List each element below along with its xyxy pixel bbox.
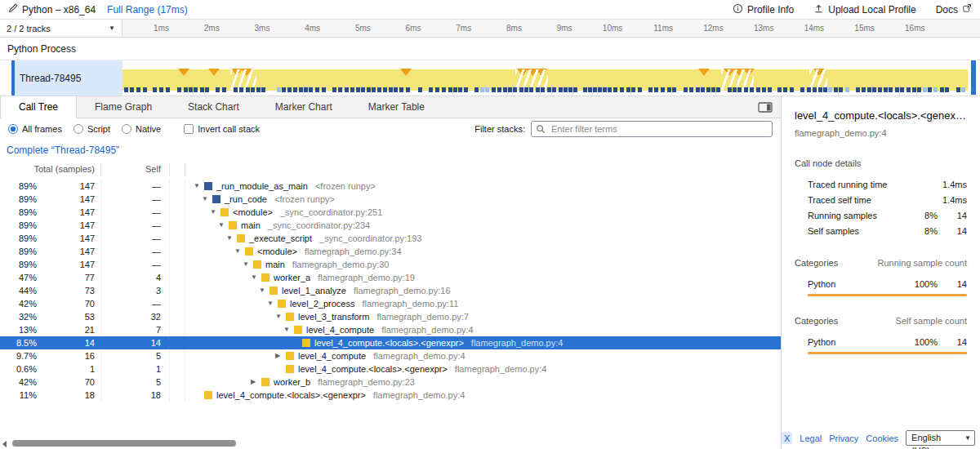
invert-label: Invert call stack [198,124,260,134]
tab-flame-graph[interactable]: Flame Graph [77,96,170,118]
call-tree-row[interactable]: 13%217▼level_4_computeflamegraph_demo.py… [0,323,781,336]
disclosure-triangle-icon[interactable]: ▼ [267,297,278,310]
call-tree-row[interactable]: 9.7%165▶level_4_computeflamegraph_demo.p… [0,349,781,362]
full-range-link[interactable]: Full Range (17ms) [107,4,188,16]
profile-info-button[interactable]: Profile Info [733,3,794,16]
frame-location: flamegraph_demo.py:7 [376,310,469,323]
breadcrumb-complete-thread[interactable]: Complete “Thread-78495” [7,144,119,156]
footer-link-cookies[interactable]: Cookies [866,433,898,443]
process-track-row[interactable]: Python Process [0,38,980,60]
frame-location: flamegraph_demo.py:34 [305,245,402,258]
python-frame-icon [229,221,237,229]
frame-name: level_1_analyze [282,284,346,297]
total-percent: 89% [0,245,37,258]
call-tree-row[interactable]: 42%70—▼level_2_processflamegraph_demo.py… [0,297,781,310]
disclosure-triangle-icon[interactable]: ▶ [275,349,286,362]
disclosure-triangle-icon[interactable]: ▼ [226,232,237,245]
disclosure-triangle-icon[interactable]: ▼ [234,245,245,258]
footer-links: LegalPrivacyCookies [800,433,898,443]
disclosure-triangle-icon[interactable]: ▼ [275,310,286,323]
filter-input[interactable] [531,121,773,137]
timeline-ruler[interactable]: 1ms2ms3ms4ms5ms6ms7ms8ms9ms10ms11ms12ms1… [122,20,980,37]
call-tree-row[interactable]: 89%147—▼<module>flamegraph_demo.py:34 [0,245,781,258]
disclosure-triangle-icon[interactable]: ▼ [218,219,229,232]
call-tree-row[interactable]: 89%147—▼mainflamegraph_demo.py:30 [0,258,781,271]
marker-triangle-icon[interactable] [178,69,189,76]
total-percent: 47% [0,271,37,284]
self-samples: 32 [100,310,169,323]
call-tree-row[interactable]: 32%5332▼level_3_transformflamegraph_demo… [0,310,781,323]
upload-profile-button[interactable]: Upload Local Profile [813,3,915,16]
disclosure-triangle-icon[interactable]: ▼ [202,193,212,206]
thread-track-label[interactable]: Thread-78495 [0,60,122,96]
disclosure-triangle-icon[interactable]: ▼ [251,271,261,284]
thread-track-row: Thread-78495 [0,60,980,96]
profile-name-button[interactable]: Python – x86_64 [8,3,96,16]
total-percent: 0.6% [0,362,37,376]
categories-header-right: Self sample count [838,316,967,326]
scroll-left-arrow-icon[interactable] [2,441,7,447]
total-percent: 32% [0,310,37,323]
disclosure-triangle-icon[interactable]: ▶ [251,376,261,389]
call-tree: 89%147—▼_run_module_as_main<frozen runpy… [0,180,781,402]
tab-marker-table[interactable]: Marker Table [350,96,443,118]
docs-button[interactable]: Docs [936,3,972,16]
category-name: Python [808,337,905,347]
call-tree-row[interactable]: 89%147—▼_run_code<frozen runpy> [0,193,781,206]
disclosure-triangle-icon[interactable]: ▼ [243,258,253,271]
self-samples: — [100,193,169,206]
radio-button [122,124,131,134]
tab-stack-chart[interactable]: Stack Chart [170,96,257,118]
scrollbar-thumb[interactable] [12,440,236,447]
call-tree-row[interactable]: 44%733▼level_1_analyzeflamegraph_demo.py… [0,284,781,297]
frame-name: <module> [233,206,273,219]
radio-script[interactable]: Script [74,124,110,134]
sidebar-toggle-button[interactable] [758,102,773,113]
checkbox-box [184,124,194,134]
total-percent: 9.7% [0,349,37,362]
call-tree-row[interactable]: 89%147—▼main_sync_coordinator.py:234 [0,219,781,232]
call-tree-row[interactable]: 89%147—▼_run_module_as_main<frozen runpy… [0,180,781,193]
disclosure-triangle-icon[interactable]: ▼ [210,206,220,219]
total-samples: 73 [37,284,100,297]
tab-call-tree[interactable]: Call Tree [0,96,77,118]
marker-triangle-icon[interactable] [698,69,710,76]
call-tree-row[interactable]: 89%147—▼_execute_script_sync_coordinator… [0,232,781,245]
marker-triangle-icon[interactable] [400,69,412,76]
frame-name: level_2_process [290,297,355,310]
frame-location: flamegraph_demo.py:16 [354,284,451,297]
call-tree-row[interactable]: 47%774▼worker_aflamegraph_demo.py:19 [0,271,781,284]
footer-link-legal[interactable]: Legal [800,433,822,443]
frame-name: level_3_transform [298,310,369,323]
column-header-tree [185,162,781,176]
disclosure-triangle-icon[interactable]: ▼ [283,323,294,336]
thread-activity-graph[interactable] [122,60,980,96]
call-tree-row[interactable]: 42%705▶worker_bflamegraph_demo.py:23 [0,376,781,389]
call-tree-row[interactable]: 89%147—▼<module>_sync_coordinator.py:251 [0,206,781,219]
tab-marker-chart[interactable]: Marker Chart [257,96,350,118]
invert-call-stack-checkbox[interactable]: Invert call stack [184,124,260,134]
top-bar-actions: Profile Info Upload Local Profile Docs [733,3,972,16]
frame-location: _sync_coordinator.py:193 [319,232,421,245]
tracks-dropdown-button[interactable]: 2 / 2 tracks ▼ [0,20,122,37]
python-frame-icon [237,234,245,242]
category-value: 14 [938,337,967,347]
marker-triangle-icon[interactable] [208,69,220,76]
self-samples: — [100,258,169,271]
footer-link-privacy[interactable]: Privacy [829,433,858,443]
radio-label: Script [87,124,110,134]
disclosure-triangle-icon[interactable]: ▼ [194,180,204,193]
radio-native[interactable]: Native [122,124,161,134]
disclosure-triangle-icon[interactable]: ▼ [259,284,270,297]
self-samples: 14 [100,336,169,349]
detail-value: 1.4ms [905,195,967,205]
dismiss-footer-button[interactable]: X [782,432,792,444]
radio-all-frames[interactable]: All frames [8,124,62,134]
range-selection-edge[interactable] [971,60,976,95]
call-tree-row[interactable]: 11%1818level_4_compute.<locals>.<genexpr… [0,389,781,402]
total-percent: 89% [0,206,37,219]
language-select[interactable]: English (US) ▼ [906,430,975,446]
call-tree-row[interactable]: 8.5%1414level_4_compute.<locals>.<genexp… [0,336,781,349]
call-tree-row[interactable]: 0.6%11level_4_compute.<locals>.<genexpr>… [0,362,781,376]
total-samples: 16 [37,349,100,362]
